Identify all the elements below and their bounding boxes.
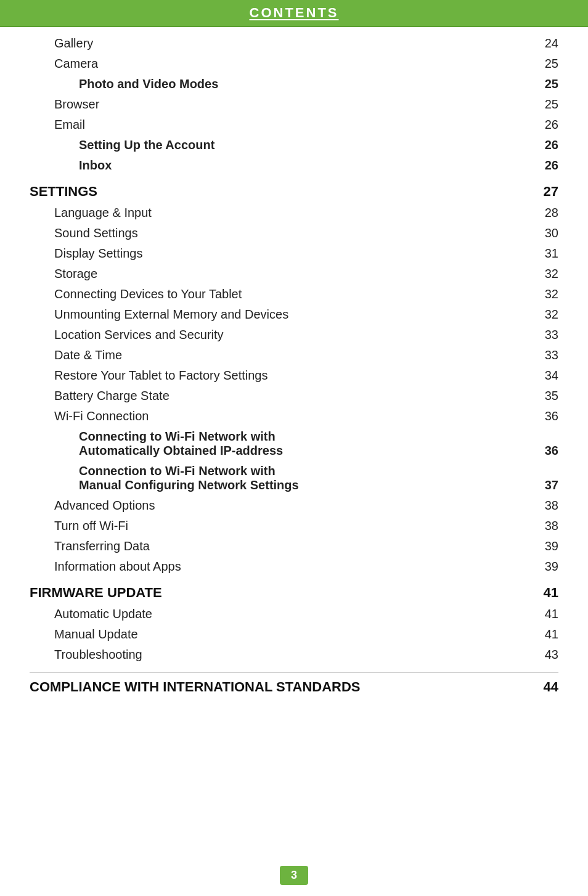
- entry-label: Manual Update: [54, 627, 138, 641]
- entry-label: Advanced Options: [54, 499, 155, 513]
- entry-page: 41: [540, 607, 558, 621]
- entry-page: 31: [540, 246, 558, 261]
- entry-label: Restore Your Tablet to Factory Settings: [54, 369, 268, 383]
- toc-entry-transferring[interactable]: Transferring Data 39: [30, 536, 558, 556]
- entry-page: 26: [540, 138, 558, 152]
- entry-page: 28: [540, 206, 558, 220]
- entry-page: 39: [540, 560, 558, 574]
- compliance-page: 44: [544, 679, 558, 695]
- compliance-row[interactable]: COMPLIANCE WITH INTERNATIONAL STANDARDS …: [30, 672, 558, 699]
- compliance-label: COMPLIANCE WITH INTERNATIONAL STANDARDS: [30, 679, 361, 695]
- toc-entry-battery[interactable]: Battery Charge State 35: [30, 386, 558, 406]
- entry-label: Connecting to Wi-Fi Network with Automat…: [79, 430, 283, 458]
- section-page: 41: [540, 585, 558, 601]
- entry-page: 37: [540, 478, 558, 492]
- toc-entry-restore-factory[interactable]: Restore Your Tablet to Factory Settings …: [30, 365, 558, 386]
- toc-entry-gallery[interactable]: Gallery 24: [30, 33, 558, 54]
- toc-entry-info-apps[interactable]: Information about Apps 39: [30, 556, 558, 577]
- toc-entry-turn-off-wifi[interactable]: Turn off Wi-Fi 38: [30, 516, 558, 536]
- entry-label: Inbox: [79, 158, 112, 173]
- header-title: CONTENTS: [250, 5, 339, 20]
- entry-page: 43: [540, 648, 558, 662]
- entry-page: 39: [540, 539, 558, 553]
- entry-page: 26: [540, 118, 558, 132]
- toc-entry-inbox[interactable]: Inbox 26: [30, 155, 558, 176]
- wifi-manual-line2: Manual Configuring Network Settings: [79, 478, 299, 492]
- entry-label: Storage: [54, 267, 97, 281]
- toc-entry-date-time[interactable]: Date & Time 33: [30, 345, 558, 365]
- entry-page: 34: [540, 369, 558, 383]
- entry-label: Turn off Wi-Fi: [54, 519, 128, 533]
- toc-entry-photo-video[interactable]: Photo and Video Modes 25: [30, 74, 558, 94]
- toc-entry-unmounting[interactable]: Unmounting External Memory and Devices 3…: [30, 304, 558, 325]
- toc-entry-email[interactable]: Email 26: [30, 115, 558, 135]
- entry-page: 36: [540, 444, 558, 458]
- entry-page: 35: [540, 389, 558, 403]
- entry-label: Battery Charge State: [54, 389, 169, 403]
- entry-page: 24: [540, 36, 558, 51]
- section-header-settings[interactable]: SETTINGS 27: [30, 181, 558, 203]
- wifi-auto-line1: Connecting to Wi-Fi Network with: [79, 430, 276, 443]
- toc-entry-wifi-manual[interactable]: Connection to Wi-Fi Network with Manual …: [30, 461, 558, 495]
- entry-page: 32: [540, 287, 558, 301]
- section-page: 27: [540, 184, 558, 200]
- entry-label: Language & Input: [54, 206, 152, 220]
- toc-entry-camera[interactable]: Camera 25: [30, 54, 558, 74]
- entry-label: Sound Settings: [54, 226, 138, 240]
- entry-label: Camera: [54, 57, 98, 71]
- toc-entry-advanced[interactable]: Advanced Options 38: [30, 495, 558, 516]
- entry-label: Wi-Fi Connection: [54, 409, 149, 423]
- entry-page: 32: [540, 267, 558, 281]
- entry-page: 33: [540, 348, 558, 362]
- toc-entry-sound[interactable]: Sound Settings 30: [30, 223, 558, 243]
- entry-page: 41: [540, 627, 558, 641]
- contents-header: CONTENTS: [0, 0, 588, 27]
- toc-entry-troubleshooting[interactable]: Troubleshooting 43: [30, 645, 558, 665]
- entry-label: Connecting Devices to Your Tablet: [54, 287, 242, 301]
- entry-label: Transferring Data: [54, 539, 150, 553]
- entry-page: 38: [540, 519, 558, 533]
- entry-page: 26: [540, 158, 558, 173]
- entry-page: 38: [540, 499, 558, 513]
- entry-label: Connection to Wi-Fi Network with Manual …: [79, 464, 299, 492]
- toc-entry-setting-up-account[interactable]: Setting Up the Account 26: [30, 135, 558, 155]
- section-label: SETTINGS: [30, 184, 97, 200]
- wifi-auto-line2: Automatically Obtained IP-address: [79, 444, 283, 457]
- entry-page: 32: [540, 307, 558, 322]
- entry-label: Email: [54, 118, 85, 132]
- entry-label: Troubleshooting: [54, 648, 142, 662]
- entry-page: 33: [540, 328, 558, 342]
- entry-label: Setting Up the Account: [79, 138, 214, 152]
- entry-label: Information about Apps: [54, 560, 181, 574]
- entry-label: Display Settings: [54, 246, 142, 261]
- toc-entry-display[interactable]: Display Settings 31: [30, 243, 558, 264]
- toc-entry-storage[interactable]: Storage 32: [30, 264, 558, 284]
- entry-page: 36: [540, 409, 558, 423]
- entry-label: Unmounting External Memory and Devices: [54, 307, 288, 322]
- toc-entry-browser[interactable]: Browser 25: [30, 94, 558, 115]
- toc-entry-language[interactable]: Language & Input 28: [30, 203, 558, 223]
- section-label: FIRMWARE UPDATE: [30, 585, 162, 601]
- page-number-badge: 3: [280, 866, 308, 885]
- entry-page: 30: [540, 226, 558, 240]
- entry-label: Photo and Video Modes: [79, 77, 218, 91]
- entry-label: Browser: [54, 97, 99, 112]
- section-header-firmware[interactable]: FIRMWARE UPDATE 41: [30, 582, 558, 604]
- toc-entry-connecting-devices[interactable]: Connecting Devices to Your Tablet 32: [30, 284, 558, 304]
- entry-page: 25: [540, 57, 558, 71]
- entry-page: 25: [540, 77, 558, 91]
- entry-page: 25: [540, 97, 558, 112]
- page: CONTENTS Gallery 24 Camera 25 Photo and …: [0, 0, 588, 896]
- entry-label: Gallery: [54, 36, 93, 51]
- toc-entry-location[interactable]: Location Services and Security 33: [30, 325, 558, 345]
- toc-entry-wifi[interactable]: Wi-Fi Connection 36: [30, 406, 558, 426]
- entry-label: Automatic Update: [54, 607, 152, 621]
- toc-entry-wifi-auto[interactable]: Connecting to Wi-Fi Network with Automat…: [30, 426, 558, 461]
- toc-entry-manual-update[interactable]: Manual Update 41: [30, 624, 558, 645]
- wifi-manual-line1: Connection to Wi-Fi Network with: [79, 464, 276, 478]
- entry-label: Location Services and Security: [54, 328, 224, 342]
- toc-entry-auto-update[interactable]: Automatic Update 41: [30, 604, 558, 624]
- toc-content: Gallery 24 Camera 25 Photo and Video Mod…: [0, 27, 588, 858]
- entry-label: Date & Time: [54, 348, 122, 362]
- page-footer: 3: [0, 858, 588, 896]
